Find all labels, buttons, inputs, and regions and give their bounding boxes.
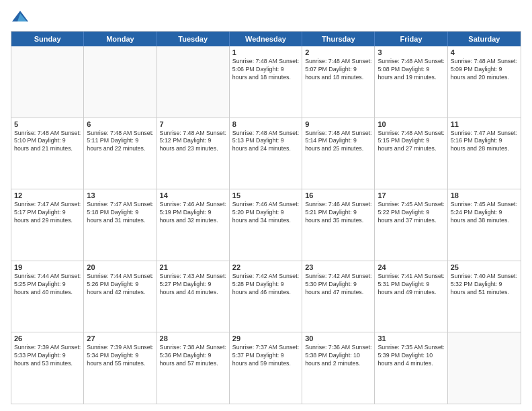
cell-info: Sunrise: 7:39 AM Sunset: 5:34 PM Dayligh… (87, 344, 153, 368)
day-number: 5 (14, 120, 81, 128)
cell-info: Sunrise: 7:48 AM Sunset: 5:12 PM Dayligh… (160, 130, 226, 154)
calendar-cell (84, 46, 157, 118)
cell-info: Sunrise: 7:38 AM Sunset: 5:36 PM Dayligh… (160, 344, 226, 368)
day-number: 14 (160, 191, 226, 199)
calendar-row-4: 26Sunrise: 7:39 AM Sunset: 5:33 PM Dayli… (11, 332, 521, 404)
day-number: 22 (232, 263, 299, 271)
calendar-cell: 28Sunrise: 7:38 AM Sunset: 5:36 PM Dayli… (157, 332, 230, 404)
cell-info: Sunrise: 7:48 AM Sunset: 5:15 PM Dayligh… (378, 130, 444, 154)
calendar-row-2: 12Sunrise: 7:47 AM Sunset: 5:17 PM Dayli… (11, 189, 521, 261)
calendar-cell: 24Sunrise: 7:41 AM Sunset: 5:31 PM Dayli… (375, 261, 447, 332)
day-number: 4 (451, 48, 518, 56)
calendar-cell: 14Sunrise: 7:46 AM Sunset: 5:19 PM Dayli… (157, 189, 230, 261)
calendar-cell: 8Sunrise: 7:48 AM Sunset: 5:13 PM Daylig… (230, 118, 302, 189)
cell-info: Sunrise: 7:47 AM Sunset: 5:17 PM Dayligh… (14, 201, 81, 225)
cell-info: Sunrise: 7:45 AM Sunset: 5:24 PM Dayligh… (451, 201, 518, 225)
header (11, 8, 521, 27)
day-number: 31 (378, 334, 444, 342)
day-number: 16 (305, 191, 371, 199)
day-number: 23 (305, 263, 371, 271)
cell-info: Sunrise: 7:44 AM Sunset: 5:25 PM Dayligh… (14, 273, 81, 297)
calendar-cell: 30Sunrise: 7:36 AM Sunset: 5:38 PM Dayli… (302, 332, 375, 404)
header-day-friday: Friday (375, 32, 447, 46)
header-day-wednesday: Wednesday (230, 32, 302, 46)
cell-info: Sunrise: 7:48 AM Sunset: 5:09 PM Dayligh… (451, 58, 518, 82)
cell-info: Sunrise: 7:48 AM Sunset: 5:10 PM Dayligh… (14, 130, 81, 154)
cell-info: Sunrise: 7:39 AM Sunset: 5:33 PM Dayligh… (14, 344, 81, 368)
calendar-cell: 7Sunrise: 7:48 AM Sunset: 5:12 PM Daylig… (157, 118, 230, 189)
header-day-monday: Monday (84, 32, 157, 46)
logo (11, 8, 32, 27)
calendar-cell: 6Sunrise: 7:48 AM Sunset: 5:11 PM Daylig… (84, 118, 157, 189)
cell-info: Sunrise: 7:41 AM Sunset: 5:31 PM Dayligh… (378, 273, 444, 297)
day-number: 20 (87, 263, 153, 271)
calendar-cell: 27Sunrise: 7:39 AM Sunset: 5:34 PM Dayli… (84, 332, 157, 404)
day-number: 24 (378, 263, 444, 271)
calendar-cell: 22Sunrise: 7:42 AM Sunset: 5:28 PM Dayli… (230, 261, 302, 332)
header-day-tuesday: Tuesday (157, 32, 230, 46)
cell-info: Sunrise: 7:48 AM Sunset: 5:08 PM Dayligh… (378, 58, 444, 82)
day-number: 2 (305, 48, 371, 56)
cell-info: Sunrise: 7:45 AM Sunset: 5:22 PM Dayligh… (378, 201, 444, 225)
day-number: 11 (451, 120, 518, 128)
day-number: 3 (378, 48, 444, 56)
cell-info: Sunrise: 7:48 AM Sunset: 5:13 PM Dayligh… (232, 130, 299, 154)
calendar-cell: 12Sunrise: 7:47 AM Sunset: 5:17 PM Dayli… (11, 189, 84, 261)
day-number: 25 (451, 263, 518, 271)
calendar-body: 1Sunrise: 7:48 AM Sunset: 5:06 PM Daylig… (11, 46, 521, 404)
cell-info: Sunrise: 7:36 AM Sunset: 5:38 PM Dayligh… (305, 344, 371, 368)
cell-info: Sunrise: 7:48 AM Sunset: 5:07 PM Dayligh… (305, 58, 371, 82)
calendar-cell: 19Sunrise: 7:44 AM Sunset: 5:25 PM Dayli… (11, 261, 84, 332)
cell-info: Sunrise: 7:43 AM Sunset: 5:27 PM Dayligh… (160, 273, 226, 297)
header-day-thursday: Thursday (302, 32, 375, 46)
calendar-row-0: 1Sunrise: 7:48 AM Sunset: 5:06 PM Daylig… (11, 46, 521, 118)
calendar-header: SundayMondayTuesdayWednesdayThursdayFrid… (11, 32, 521, 46)
calendar-cell (448, 332, 521, 404)
calendar-cell: 29Sunrise: 7:37 AM Sunset: 5:37 PM Dayli… (230, 332, 302, 404)
calendar-cell: 5Sunrise: 7:48 AM Sunset: 5:10 PM Daylig… (11, 118, 84, 189)
day-number: 19 (14, 263, 81, 271)
calendar-cell: 11Sunrise: 7:47 AM Sunset: 5:16 PM Dayli… (448, 118, 521, 189)
calendar-cell: 2Sunrise: 7:48 AM Sunset: 5:07 PM Daylig… (302, 46, 375, 118)
cell-info: Sunrise: 7:48 AM Sunset: 5:14 PM Dayligh… (305, 130, 371, 154)
calendar-cell: 10Sunrise: 7:48 AM Sunset: 5:15 PM Dayli… (375, 118, 447, 189)
calendar-cell: 4Sunrise: 7:48 AM Sunset: 5:09 PM Daylig… (448, 46, 521, 118)
calendar-row-3: 19Sunrise: 7:44 AM Sunset: 5:25 PM Dayli… (11, 261, 521, 332)
day-number: 8 (232, 120, 299, 128)
header-day-sunday: Sunday (11, 32, 84, 46)
day-number: 6 (87, 120, 153, 128)
calendar-cell: 13Sunrise: 7:47 AM Sunset: 5:18 PM Dayli… (84, 189, 157, 261)
day-number: 17 (378, 191, 444, 199)
day-number: 26 (14, 334, 81, 342)
calendar-cell: 31Sunrise: 7:35 AM Sunset: 5:39 PM Dayli… (375, 332, 447, 404)
cell-info: Sunrise: 7:47 AM Sunset: 5:18 PM Dayligh… (87, 201, 153, 225)
header-day-saturday: Saturday (448, 32, 521, 46)
day-number: 28 (160, 334, 226, 342)
cell-info: Sunrise: 7:47 AM Sunset: 5:16 PM Dayligh… (451, 130, 518, 154)
page: SundayMondayTuesdayWednesdayThursdayFrid… (0, 0, 532, 411)
calendar-cell: 16Sunrise: 7:46 AM Sunset: 5:21 PM Dayli… (302, 189, 375, 261)
calendar-cell (157, 46, 230, 118)
cell-info: Sunrise: 7:40 AM Sunset: 5:32 PM Dayligh… (451, 273, 518, 297)
calendar-cell: 15Sunrise: 7:46 AM Sunset: 5:20 PM Dayli… (230, 189, 302, 261)
calendar-cell: 25Sunrise: 7:40 AM Sunset: 5:32 PM Dayli… (448, 261, 521, 332)
cell-info: Sunrise: 7:48 AM Sunset: 5:06 PM Dayligh… (232, 58, 299, 82)
day-number: 10 (378, 120, 444, 128)
cell-info: Sunrise: 7:48 AM Sunset: 5:11 PM Dayligh… (87, 130, 153, 154)
calendar: SundayMondayTuesdayWednesdayThursdayFrid… (11, 31, 521, 404)
calendar-cell: 9Sunrise: 7:48 AM Sunset: 5:14 PM Daylig… (302, 118, 375, 189)
day-number: 15 (232, 191, 299, 199)
day-number: 18 (451, 191, 518, 199)
day-number: 30 (305, 334, 371, 342)
day-number: 1 (232, 48, 299, 56)
calendar-cell: 3Sunrise: 7:48 AM Sunset: 5:08 PM Daylig… (375, 46, 447, 118)
cell-info: Sunrise: 7:37 AM Sunset: 5:37 PM Dayligh… (232, 344, 299, 368)
day-number: 13 (87, 191, 153, 199)
calendar-cell (11, 46, 84, 118)
cell-info: Sunrise: 7:46 AM Sunset: 5:19 PM Dayligh… (160, 201, 226, 225)
cell-info: Sunrise: 7:46 AM Sunset: 5:20 PM Dayligh… (232, 201, 299, 225)
cell-info: Sunrise: 7:46 AM Sunset: 5:21 PM Dayligh… (305, 201, 371, 225)
calendar-cell: 21Sunrise: 7:43 AM Sunset: 5:27 PM Dayli… (157, 261, 230, 332)
cell-info: Sunrise: 7:35 AM Sunset: 5:39 PM Dayligh… (378, 344, 444, 368)
day-number: 7 (160, 120, 226, 128)
